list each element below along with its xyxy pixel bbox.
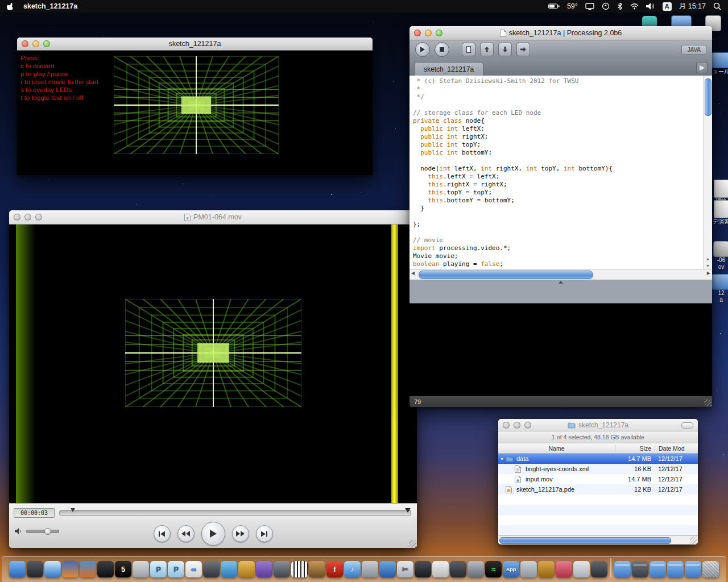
dock-icon-red-app[interactable] xyxy=(556,561,572,577)
resize-grip[interactable] xyxy=(704,399,712,406)
finder-titlebar[interactable]: sketch_121217a xyxy=(498,419,698,431)
dock-icon-folder-1[interactable] xyxy=(650,561,666,577)
finder-row[interactable]: ▼data14.7 MB12/12/17 xyxy=(498,454,698,464)
disclosure-triangle[interactable]: ▼ xyxy=(498,457,506,461)
apple-menu[interactable] xyxy=(7,2,14,11)
dock-icon-amber-app[interactable] xyxy=(238,561,255,577)
dock-icon-dark-stack[interactable] xyxy=(632,561,648,577)
dock-icon-cube-app[interactable] xyxy=(133,561,149,577)
dock-icon-utility-app[interactable] xyxy=(362,561,378,577)
export-button[interactable] xyxy=(516,43,530,56)
save-button[interactable] xyxy=(498,43,512,56)
menu-clock[interactable]: 月 15:17 xyxy=(679,2,706,11)
stop-button[interactable] xyxy=(435,42,449,57)
dock-icon-silver-app[interactable] xyxy=(573,561,590,577)
dock-icon-grid-app[interactable] xyxy=(274,561,290,577)
dock-icon-dark-app[interactable] xyxy=(450,561,466,577)
dock-icon-blue-app[interactable] xyxy=(379,561,396,577)
close-button[interactable] xyxy=(503,422,510,429)
vertical-scrollbar[interactable]: ▲▼ xyxy=(703,76,712,269)
dock-icon-pen-nib-app[interactable] xyxy=(415,561,431,577)
dock-icon-mixer-app[interactable] xyxy=(520,561,537,577)
dock-icon-purple-app[interactable] xyxy=(256,561,272,577)
play-button[interactable] xyxy=(201,522,225,546)
horizontal-scrollbar[interactable]: ◀ ▶ xyxy=(410,269,712,280)
finder-scroll-thumb[interactable] xyxy=(499,537,671,544)
code-editor[interactable]: * (c) Stefan Dzisiewski-Smith 2012 for T… xyxy=(410,76,712,269)
dock-icon-trash[interactable] xyxy=(702,561,719,577)
dock-icon-dark-app-2[interactable] xyxy=(591,561,607,577)
finder-row[interactable]: input.mov14.7 MB12/12/17 xyxy=(498,474,698,484)
finder-horizontal-scrollbar[interactable] xyxy=(498,535,698,544)
scroll-arrows[interactable]: ▲▼ xyxy=(704,255,712,269)
toolbar-toggle-pill[interactable] xyxy=(681,422,693,429)
dock-icon-firefox[interactable] xyxy=(62,561,78,577)
minimize-button[interactable] xyxy=(32,40,39,47)
active-app-name[interactable]: sketch_121217a xyxy=(23,2,77,10)
dock-icon-itunes[interactable]: ♪ xyxy=(344,561,361,577)
resize-grip[interactable] xyxy=(409,540,416,547)
dock-icon-garageband[interactable] xyxy=(309,561,325,577)
close-button[interactable] xyxy=(14,214,20,221)
bluetooth-icon[interactable] xyxy=(617,2,623,10)
dock-icon-audio-wave-app[interactable]: ≈ xyxy=(485,561,502,577)
dock-icon-midi-keyboard[interactable] xyxy=(291,561,308,577)
scroll-right-arrow[interactable]: ▶ xyxy=(707,271,710,276)
minimize-button[interactable] xyxy=(514,422,520,429)
dock-icon-processing-alt[interactable]: P xyxy=(168,561,184,577)
finder-row[interactable]: sketch_121217a.pde12 KB12/12/17 xyxy=(498,484,698,494)
new-sketch-button[interactable] xyxy=(462,43,475,56)
finder-row[interactable]: bright-eyes-coords.xml16 KB12/12/17 xyxy=(498,464,698,474)
column-header-name[interactable]: Name xyxy=(498,445,615,452)
tab-sketch[interactable]: sketch_121217a xyxy=(414,62,483,76)
dock-icon-terminal[interactable] xyxy=(97,561,114,577)
dock-icon-scissors-app[interactable]: ✂ xyxy=(397,561,413,577)
fast-forward-button[interactable] xyxy=(232,525,249,542)
dock-icon-folder-2[interactable] xyxy=(667,561,684,577)
temperature-readout[interactable]: 59° xyxy=(567,2,578,10)
dock-icon-dashboard[interactable] xyxy=(27,561,43,577)
dock-icon-finder[interactable] xyxy=(9,561,26,577)
dock-icon-bottle-app[interactable] xyxy=(538,561,555,577)
minimize-button[interactable] xyxy=(425,30,432,36)
dock-icon-film-app[interactable] xyxy=(468,561,484,577)
horizontal-scroll-thumb[interactable] xyxy=(419,271,593,279)
battery-icon[interactable] xyxy=(548,3,560,9)
rewind-button[interactable] xyxy=(177,525,195,542)
dock-icon-pen-tablet[interactable] xyxy=(203,561,220,577)
dock-icon-documents-folder[interactable] xyxy=(614,561,631,577)
tab-menu-arrow-button[interactable] xyxy=(696,62,708,73)
volume-icon[interactable] xyxy=(646,3,655,10)
quicktime-titlebar[interactable]: PM01-064.mov xyxy=(9,210,417,225)
volume-slider[interactable] xyxy=(26,530,59,533)
time-machine-icon[interactable] xyxy=(602,2,610,10)
display-icon[interactable] xyxy=(585,3,594,10)
dock-icon-infinity-app[interactable]: ∞ xyxy=(185,561,202,577)
airport-icon[interactable] xyxy=(630,3,639,10)
console-splitter-handle[interactable] xyxy=(559,281,563,284)
processing-titlebar[interactable]: sketch_121217a | Processing 2.0b6 xyxy=(410,26,712,40)
column-header-date[interactable]: Date Mod xyxy=(655,445,698,452)
sketch-window-titlebar[interactable]: sketch_121217a xyxy=(17,38,373,51)
dock-icon-flash[interactable]: f xyxy=(326,561,343,577)
run-button[interactable] xyxy=(415,42,430,57)
mode-selector[interactable]: JAVA xyxy=(681,45,706,55)
dock-icon-color-wheel-app[interactable] xyxy=(432,561,449,577)
sketch-canvas[interactable]: Press:c to convertp to play / pauser to … xyxy=(17,51,373,175)
close-button[interactable] xyxy=(22,40,28,47)
dock-icon-processing[interactable]: P xyxy=(150,561,167,577)
timeline-end-marker[interactable] xyxy=(405,508,411,513)
zoom-button[interactable] xyxy=(43,40,50,47)
zoom-button[interactable] xyxy=(436,30,442,36)
dock-icon-paint-app[interactable] xyxy=(221,561,237,577)
jump-to-start-button[interactable] xyxy=(154,525,171,542)
zoom-button[interactable] xyxy=(524,422,531,429)
movie-viewport[interactable] xyxy=(9,225,417,503)
vertical-scroll-thumb[interactable] xyxy=(705,78,712,116)
playhead-marker[interactable] xyxy=(71,508,75,512)
dock-icon-timer-5[interactable]: 5 xyxy=(115,561,131,577)
input-method-badge[interactable]: A xyxy=(663,2,672,11)
timeline-scrubber[interactable] xyxy=(59,510,411,516)
scroll-left-arrow[interactable]: ◀ xyxy=(411,271,415,276)
dock-icon-mail-app[interactable] xyxy=(80,561,96,577)
